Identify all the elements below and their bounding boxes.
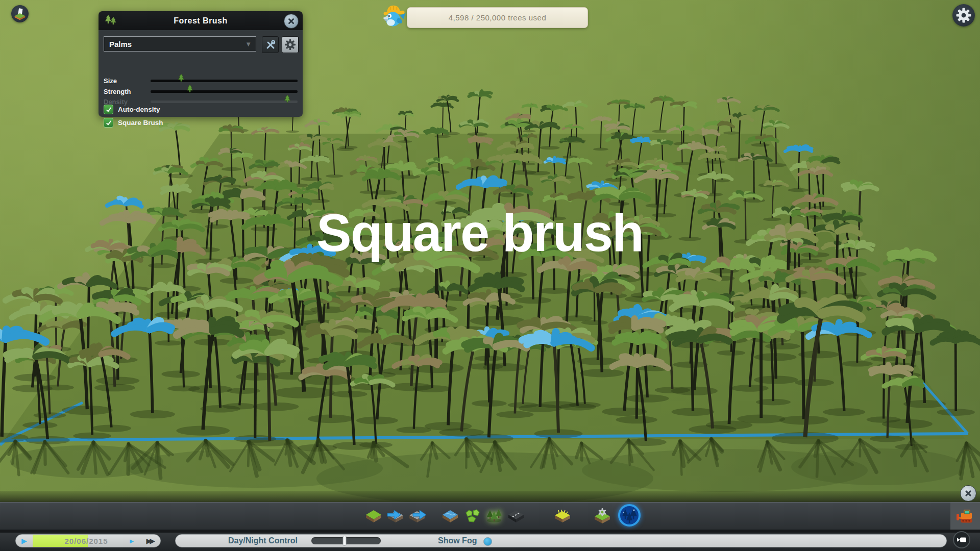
map-tools-button[interactable] <box>11 5 29 22</box>
day-night-slider[interactable] <box>311 537 381 544</box>
toolbar-shade <box>0 491 980 502</box>
edit-brushes-button[interactable] <box>262 36 279 53</box>
tool-fertile-land[interactable] <box>552 506 573 526</box>
speed-fast-button[interactable]: ▶▶ <box>146 535 153 547</box>
close-icon <box>965 490 972 497</box>
show-fog-label: Show Fog <box>438 535 477 547</box>
toolbar-close-button[interactable] <box>960 485 976 502</box>
tool-forest-brush-mod[interactable] <box>617 503 642 528</box>
chirper-builder-icon[interactable] <box>380 2 407 28</box>
panel-close-button[interactable] <box>284 14 299 29</box>
brush-select-value: Palms <box>109 40 132 48</box>
forest-brush-header[interactable]: Forest Brush <box>99 11 303 30</box>
strength-slider[interactable] <box>151 90 298 93</box>
size-label: Size <box>104 77 151 85</box>
density-slider-thumb <box>284 95 290 103</box>
square-brush-checkbox[interactable] <box>104 118 113 128</box>
tool-terrain-grass[interactable] <box>363 506 384 526</box>
square-brush-label: Square Brush <box>118 119 163 127</box>
video-camera-icon <box>957 535 967 544</box>
tool-terrain-shift-in[interactable] <box>385 506 406 526</box>
gear-icon <box>284 39 296 51</box>
play-pause-button[interactable]: ▶ <box>21 535 27 547</box>
show-fog-toggle[interactable] <box>483 537 492 546</box>
close-icon <box>288 18 295 24</box>
strength-label: Strength <box>104 88 151 95</box>
tree-thumb-icon <box>187 85 193 92</box>
strength-slider-row: Strength <box>104 87 298 95</box>
auto-density-row: Auto-density <box>104 105 160 114</box>
density-slider <box>151 101 298 103</box>
tool-trees-selected[interactable] <box>484 506 504 526</box>
tree-counter-text: 4,598 / 250,000 trees used <box>449 13 546 22</box>
free-camera-button[interactable] <box>953 531 970 548</box>
date-panel: ▶ 20/06/2015 ▶ ▶▶ <box>15 534 161 547</box>
auto-density-label: Auto-density <box>118 106 160 113</box>
bulldozer-button[interactable] <box>950 503 980 530</box>
tool-resources[interactable] <box>462 506 482 526</box>
check-icon <box>106 107 112 113</box>
check-icon <box>106 120 112 126</box>
size-slider-thumb[interactable] <box>178 74 185 82</box>
strength-slider-thumb[interactable] <box>187 85 193 92</box>
size-slider[interactable] <box>151 80 298 82</box>
gear-icon <box>955 7 972 23</box>
tool-roads[interactable] <box>506 506 526 526</box>
day-night-slider-thumb[interactable] <box>343 536 347 546</box>
bulldozer-icon <box>955 508 975 524</box>
tool-water[interactable] <box>440 506 460 526</box>
size-slider-row: Size <box>104 77 298 85</box>
brush-options-button[interactable] <box>282 36 299 53</box>
auto-density-checkbox[interactable] <box>104 105 113 114</box>
document-terrain-icon <box>12 6 28 21</box>
forest-brush-trees-icon <box>104 14 118 27</box>
tree-thumb-icon <box>284 95 290 103</box>
tool-props[interactable] <box>592 506 612 526</box>
tree-thumb-icon <box>178 74 185 82</box>
chevron-down-icon: ▼ <box>245 40 252 48</box>
day-night-label: Day/Night Control <box>228 535 298 547</box>
tools-icon <box>265 40 276 50</box>
panel-title: Forest Brush <box>99 16 303 26</box>
brush-select-dropdown[interactable]: Palms ▼ <box>104 36 256 52</box>
options-gear-button[interactable] <box>952 4 975 27</box>
tree-counter-bar: 4,598 / 250,000 trees used <box>407 7 588 28</box>
overlay-caption: Square brush <box>286 203 674 263</box>
environment-bar: Day/Night Control Show Fog <box>175 534 947 547</box>
tool-terrain-shift-out[interactable] <box>407 506 427 526</box>
square-brush-row: Square Brush <box>104 118 163 128</box>
speed-1-button[interactable]: ▶ <box>130 535 134 547</box>
forest-brush-body: Palms ▼ <box>99 30 303 117</box>
forest-brush-panel: Forest Brush Palms ▼ <box>99 11 303 117</box>
date-text: 20/06/2015 <box>33 535 140 547</box>
